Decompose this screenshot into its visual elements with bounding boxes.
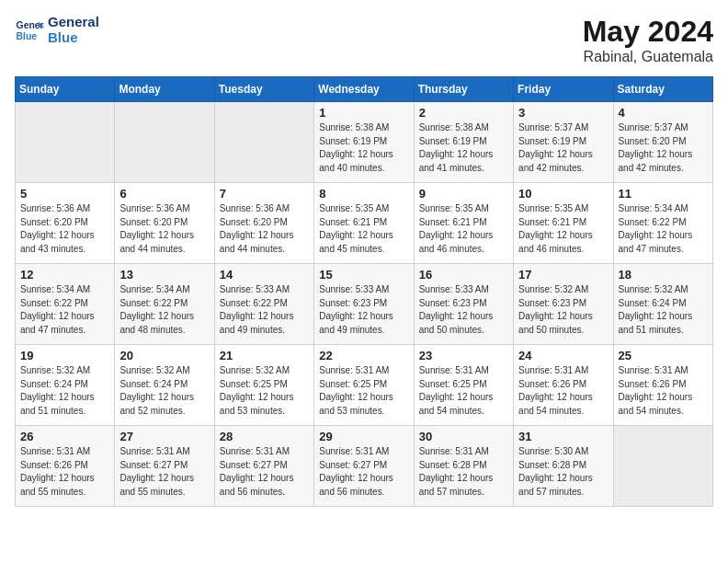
page-header: General Blue General Blue May 2024 Rabin…	[15, 15, 713, 65]
day-number: 17	[518, 268, 608, 282]
day-number: 13	[119, 268, 209, 282]
day-info: Sunrise: 5:34 AM Sunset: 6:22 PM Dayligh…	[619, 202, 708, 256]
day-cell: 31 Sunrise: 5:30 AM Sunset: 6:28 PM Dayl…	[514, 426, 613, 507]
day-cell	[613, 426, 712, 507]
day-cell: 3 Sunrise: 5:37 AM Sunset: 6:19 PM Dayli…	[514, 102, 613, 183]
day-info: Sunrise: 5:31 AM Sunset: 6:26 PM Dayligh…	[518, 364, 608, 418]
day-number: 26	[20, 430, 109, 443]
day-cell: 4 Sunrise: 5:37 AM Sunset: 6:20 PM Dayli…	[613, 102, 712, 183]
month-year: May 2024	[583, 15, 713, 49]
day-number: 4	[619, 106, 708, 120]
day-number: 2	[419, 106, 508, 120]
calendar-body: 1 Sunrise: 5:38 AM Sunset: 6:19 PM Dayli…	[16, 102, 713, 507]
week-row-2: 12 Sunrise: 5:34 AM Sunset: 6:22 PM Dayl…	[16, 264, 713, 345]
day-cell	[16, 102, 115, 183]
day-cell: 25 Sunrise: 5:31 AM Sunset: 6:26 PM Dayl…	[613, 345, 712, 426]
day-info: Sunrise: 5:32 AM Sunset: 6:24 PM Dayligh…	[20, 364, 109, 418]
col-monday: Monday	[115, 77, 214, 102]
day-cell: 23 Sunrise: 5:31 AM Sunset: 6:25 PM Dayl…	[414, 345, 513, 426]
day-info: Sunrise: 5:30 AM Sunset: 6:28 PM Dayligh…	[518, 445, 608, 499]
day-info: Sunrise: 5:32 AM Sunset: 6:25 PM Dayligh…	[220, 364, 309, 418]
day-cell: 18 Sunrise: 5:32 AM Sunset: 6:24 PM Dayl…	[613, 264, 712, 345]
day-cell: 14 Sunrise: 5:33 AM Sunset: 6:22 PM Dayl…	[214, 264, 313, 345]
day-info: Sunrise: 5:31 AM Sunset: 6:28 PM Dayligh…	[419, 445, 508, 499]
day-cell: 2 Sunrise: 5:38 AM Sunset: 6:19 PM Dayli…	[414, 102, 513, 183]
title-block: May 2024 Rabinal, Guatemala	[583, 15, 713, 65]
week-row-0: 1 Sunrise: 5:38 AM Sunset: 6:19 PM Dayli…	[16, 102, 713, 183]
day-info: Sunrise: 5:37 AM Sunset: 6:19 PM Dayligh…	[518, 121, 608, 175]
day-info: Sunrise: 5:35 AM Sunset: 6:21 PM Dayligh…	[419, 202, 508, 256]
logo-icon: General Blue	[15, 16, 44, 45]
day-info: Sunrise: 5:31 AM Sunset: 6:27 PM Dayligh…	[119, 445, 209, 499]
day-cell: 30 Sunrise: 5:31 AM Sunset: 6:28 PM Dayl…	[414, 426, 513, 507]
day-number: 31	[518, 430, 608, 443]
col-tuesday: Tuesday	[214, 77, 313, 102]
day-info: Sunrise: 5:35 AM Sunset: 6:21 PM Dayligh…	[518, 202, 608, 256]
day-number: 6	[119, 187, 209, 201]
week-row-3: 19 Sunrise: 5:32 AM Sunset: 6:24 PM Dayl…	[16, 345, 713, 426]
day-number: 29	[319, 430, 408, 443]
svg-text:Blue: Blue	[17, 30, 38, 40]
day-number: 18	[619, 268, 708, 282]
logo-line2: Blue	[48, 30, 99, 46]
col-wednesday: Wednesday	[314, 77, 414, 102]
day-cell: 27 Sunrise: 5:31 AM Sunset: 6:27 PM Dayl…	[115, 426, 214, 507]
day-info: Sunrise: 5:38 AM Sunset: 6:19 PM Dayligh…	[319, 121, 408, 175]
col-friday: Friday	[514, 77, 613, 102]
day-cell: 13 Sunrise: 5:34 AM Sunset: 6:22 PM Dayl…	[115, 264, 214, 345]
col-thursday: Thursday	[414, 77, 513, 102]
day-number: 8	[319, 187, 408, 201]
day-info: Sunrise: 5:32 AM Sunset: 6:23 PM Dayligh…	[518, 283, 608, 337]
day-cell: 17 Sunrise: 5:32 AM Sunset: 6:23 PM Dayl…	[514, 264, 613, 345]
day-info: Sunrise: 5:31 AM Sunset: 6:27 PM Dayligh…	[220, 445, 309, 499]
day-cell: 8 Sunrise: 5:35 AM Sunset: 6:21 PM Dayli…	[314, 183, 414, 264]
day-cell: 16 Sunrise: 5:33 AM Sunset: 6:23 PM Dayl…	[414, 264, 513, 345]
day-number: 25	[619, 349, 708, 362]
day-cell: 21 Sunrise: 5:32 AM Sunset: 6:25 PM Dayl…	[214, 345, 313, 426]
day-number: 12	[20, 268, 109, 282]
day-info: Sunrise: 5:33 AM Sunset: 6:23 PM Dayligh…	[419, 283, 508, 337]
day-cell: 22 Sunrise: 5:31 AM Sunset: 6:25 PM Dayl…	[314, 345, 414, 426]
day-info: Sunrise: 5:31 AM Sunset: 6:26 PM Dayligh…	[619, 364, 708, 418]
day-number: 5	[20, 187, 109, 201]
week-row-4: 26 Sunrise: 5:31 AM Sunset: 6:26 PM Dayl…	[16, 426, 713, 507]
day-cell: 20 Sunrise: 5:32 AM Sunset: 6:24 PM Dayl…	[115, 345, 214, 426]
day-number: 10	[518, 187, 608, 201]
day-info: Sunrise: 5:32 AM Sunset: 6:24 PM Dayligh…	[619, 283, 708, 337]
day-info: Sunrise: 5:31 AM Sunset: 6:25 PM Dayligh…	[319, 364, 408, 418]
day-number: 3	[518, 106, 608, 120]
day-info: Sunrise: 5:37 AM Sunset: 6:20 PM Dayligh…	[619, 121, 708, 175]
day-cell: 5 Sunrise: 5:36 AM Sunset: 6:20 PM Dayli…	[16, 183, 115, 264]
day-info: Sunrise: 5:36 AM Sunset: 6:20 PM Dayligh…	[20, 202, 109, 256]
day-number: 11	[619, 187, 708, 201]
day-number: 15	[319, 268, 408, 282]
day-cell: 28 Sunrise: 5:31 AM Sunset: 6:27 PM Dayl…	[214, 426, 313, 507]
day-cell: 12 Sunrise: 5:34 AM Sunset: 6:22 PM Dayl…	[16, 264, 115, 345]
col-saturday: Saturday	[613, 77, 712, 102]
logo: General Blue General Blue	[15, 15, 99, 45]
day-cell: 11 Sunrise: 5:34 AM Sunset: 6:22 PM Dayl…	[613, 183, 712, 264]
day-cell: 26 Sunrise: 5:31 AM Sunset: 6:26 PM Dayl…	[16, 426, 115, 507]
day-number: 22	[319, 349, 408, 362]
day-info: Sunrise: 5:33 AM Sunset: 6:23 PM Dayligh…	[319, 283, 408, 337]
day-cell	[115, 102, 214, 183]
day-info: Sunrise: 5:32 AM Sunset: 6:24 PM Dayligh…	[119, 364, 209, 418]
day-cell: 29 Sunrise: 5:31 AM Sunset: 6:27 PM Dayl…	[314, 426, 414, 507]
day-cell: 15 Sunrise: 5:33 AM Sunset: 6:23 PM Dayl…	[314, 264, 414, 345]
day-number: 7	[220, 187, 309, 201]
day-number: 30	[419, 430, 508, 443]
day-number: 20	[119, 349, 209, 362]
day-number: 16	[419, 268, 508, 282]
day-cell: 19 Sunrise: 5:32 AM Sunset: 6:24 PM Dayl…	[16, 345, 115, 426]
day-cell: 24 Sunrise: 5:31 AM Sunset: 6:26 PM Dayl…	[514, 345, 613, 426]
day-number: 14	[220, 268, 309, 282]
day-cell	[214, 102, 313, 183]
day-info: Sunrise: 5:38 AM Sunset: 6:19 PM Dayligh…	[419, 121, 508, 175]
day-info: Sunrise: 5:36 AM Sunset: 6:20 PM Dayligh…	[220, 202, 309, 256]
day-cell: 10 Sunrise: 5:35 AM Sunset: 6:21 PM Dayl…	[514, 183, 613, 264]
day-cell: 9 Sunrise: 5:35 AM Sunset: 6:21 PM Dayli…	[414, 183, 513, 264]
day-number: 19	[20, 349, 109, 362]
calendar-table: Sunday Monday Tuesday Wednesday Thursday…	[15, 76, 713, 507]
col-sunday: Sunday	[16, 77, 115, 102]
day-info: Sunrise: 5:33 AM Sunset: 6:22 PM Dayligh…	[220, 283, 309, 337]
